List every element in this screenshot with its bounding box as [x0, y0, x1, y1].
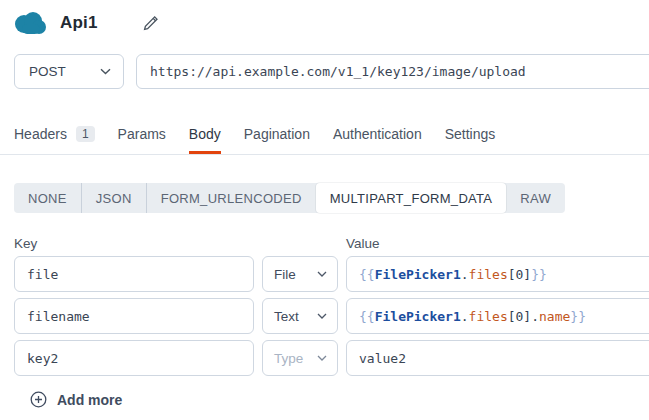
- tab-pagination[interactable]: Pagination: [244, 126, 310, 154]
- type-select-row3[interactable]: Type: [262, 340, 338, 376]
- type-select-row2[interactable]: Text: [262, 298, 338, 334]
- body-type-multipart-form-data[interactable]: MULTIPART_FORM_DATA: [316, 183, 507, 213]
- tab-headers[interactable]: Headers 1: [14, 126, 95, 154]
- tab-body[interactable]: Body: [189, 126, 221, 154]
- api-header: Api1: [12, 10, 649, 36]
- cloud-icon: [12, 11, 47, 35]
- body-type-segmented-control: NONE JSON FORM_URLENCODED MULTIPART_FORM…: [14, 183, 565, 213]
- key-input-row1[interactable]: [14, 256, 254, 292]
- chevron-down-icon: [100, 68, 111, 75]
- headers-count-badge: 1: [76, 126, 95, 142]
- url-input[interactable]: [136, 54, 649, 89]
- multipart-kv-table: Key Value File {{FilePicker1.files[0]}} …: [14, 236, 649, 376]
- edit-pencil-icon[interactable]: [143, 15, 159, 31]
- key-input-row2[interactable]: [14, 298, 254, 334]
- value-input-row1[interactable]: {{FilePicker1.files[0]}}: [346, 256, 649, 292]
- request-bar: POST: [14, 54, 649, 89]
- chevron-down-icon: [317, 271, 327, 277]
- table-row: Type value2: [14, 340, 649, 376]
- table-row: File {{FilePicker1.files[0]}}: [14, 256, 649, 292]
- table-row: Text {{FilePicker1.files[0].name}}: [14, 298, 649, 334]
- body-type-form-urlencoded[interactable]: FORM_URLENCODED: [146, 183, 316, 213]
- value-input-row3[interactable]: value2: [346, 340, 649, 376]
- value-column-label: Value: [346, 236, 649, 251]
- plus-circle-icon: [30, 391, 47, 408]
- tab-headers-label: Headers: [14, 126, 67, 142]
- key-column-label: Key: [14, 236, 254, 251]
- add-more-button[interactable]: Add more: [30, 391, 122, 408]
- type-select-row1[interactable]: File: [262, 256, 338, 292]
- value-input-row2[interactable]: {{FilePicker1.files[0].name}}: [346, 298, 649, 334]
- api-name-title: Api1: [60, 13, 98, 33]
- body-type-none[interactable]: NONE: [14, 183, 81, 213]
- http-method-value: POST: [29, 64, 66, 79]
- body-type-raw[interactable]: RAW: [506, 183, 565, 213]
- tab-params[interactable]: Params: [118, 126, 166, 154]
- http-method-select[interactable]: POST: [14, 54, 124, 89]
- kv-table-header: Key Value: [14, 236, 649, 251]
- api-editor-tabs: Headers 1 Params Body Pagination Authent…: [0, 126, 649, 155]
- tab-authentication[interactable]: Authentication: [333, 126, 422, 154]
- body-type-json[interactable]: JSON: [81, 183, 146, 213]
- add-more-label: Add more: [57, 392, 122, 408]
- chevron-down-icon: [317, 355, 327, 361]
- chevron-down-icon: [317, 313, 327, 319]
- key-input-row3[interactable]: [14, 340, 254, 376]
- tab-settings[interactable]: Settings: [445, 126, 496, 154]
